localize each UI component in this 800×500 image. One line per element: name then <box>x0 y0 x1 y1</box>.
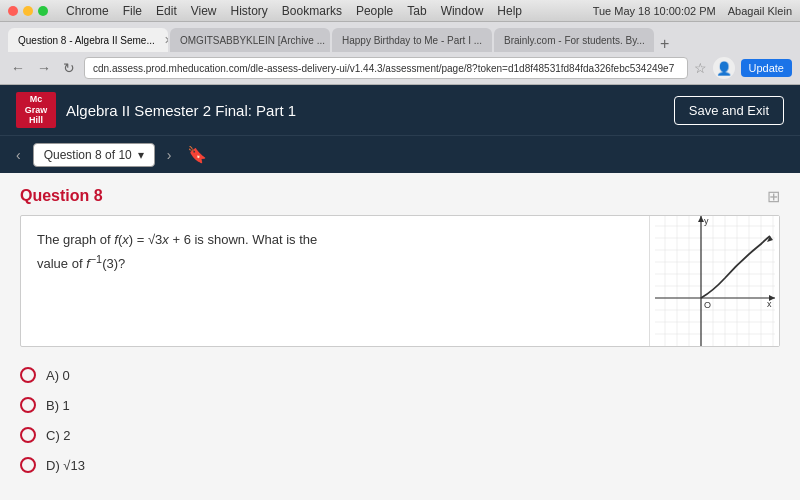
window-controls[interactable] <box>8 6 48 16</box>
question-content-box: The graph of f(x) = √3x + 6 is shown. Wh… <box>20 215 780 347</box>
question-text: The graph of f(x) = √3x + 6 is shown. Wh… <box>21 216 649 346</box>
tab-label: Happy Birthday to Me - Part I ... <box>342 35 482 46</box>
question-text-line1: The graph of f(x) = √3x + 6 is shown. Wh… <box>37 232 317 247</box>
maximize-dot[interactable] <box>38 6 48 16</box>
close-icon[interactable]: ✕ <box>164 34 168 47</box>
forward-button[interactable]: → <box>34 60 54 76</box>
next-question-nav-button[interactable]: › <box>163 145 176 165</box>
tab-label: Brainly.com - For students. By... <box>504 35 645 46</box>
option-row-d[interactable]: D) √13 <box>20 457 780 473</box>
app-title: Algebra II Semester 2 Final: Part 1 <box>66 102 296 119</box>
question-selector-label: Question 8 of 10 <box>44 148 132 162</box>
svg-text:O: O <box>704 300 711 310</box>
option-row-b[interactable]: B) 1 <box>20 397 780 413</box>
tab-label: OMGITSABBYKLEIN [Archive ... <box>180 35 325 46</box>
radio-button-b[interactable] <box>20 397 36 413</box>
logo-text: McGrawHill <box>25 94 48 126</box>
app-logo: McGrawHill Algebra II Semester 2 Final: … <box>16 92 296 128</box>
mac-menu-item[interactable]: Bookmarks <box>282 4 342 18</box>
tab-1[interactable]: OMGITSABBYKLEIN [Archive ... ✕ <box>170 28 330 52</box>
tab-label: Question 8 - Algebra II Seme... <box>18 35 155 46</box>
radio-button-c[interactable] <box>20 427 36 443</box>
mac-menu-item[interactable]: File <box>123 4 142 18</box>
question-nav-bar: ‹ Question 8 of 10 ▾ › 🔖 <box>0 135 800 173</box>
tabs-bar: Question 8 - Algebra II Seme... ✕ OMGITS… <box>0 22 800 52</box>
mac-menu-item[interactable]: History <box>231 4 268 18</box>
browser-chrome: Question 8 - Algebra II Seme... ✕ OMGITS… <box>0 22 800 85</box>
reload-button[interactable]: ↻ <box>60 60 78 76</box>
prev-question-button[interactable]: ‹ <box>12 145 25 165</box>
url-text: cdn.assess.prod.mheducation.com/dle-asse… <box>93 63 674 74</box>
question-title: Question 8 <box>20 187 780 205</box>
address-bar-row: ← → ↻ cdn.assess.prod.mheducation.com/dl… <box>0 52 800 84</box>
mac-menu-item[interactable]: Edit <box>156 4 177 18</box>
question-text-line2: value of f−1(3)? <box>37 256 125 271</box>
save-exit-button[interactable]: Save and Exit <box>674 96 784 125</box>
mac-menu-item[interactable]: Window <box>441 4 484 18</box>
mac-menu-item[interactable]: View <box>191 4 217 18</box>
mac-menu-item[interactable]: People <box>356 4 393 18</box>
bookmark-icon[interactable]: 🔖 <box>187 145 207 164</box>
close-dot[interactable] <box>8 6 18 16</box>
tab-2[interactable]: Happy Birthday to Me - Part I ... ✕ <box>332 28 492 52</box>
graph-area: O x y <box>649 216 779 346</box>
back-button[interactable]: ← <box>8 60 28 76</box>
option-row-c[interactable]: C) 2 <box>20 427 780 443</box>
option-label-a: A) 0 <box>46 368 70 383</box>
mac-menu-item[interactable]: Chrome <box>66 4 109 18</box>
chevron-down-icon: ▾ <box>138 148 144 162</box>
mac-menu-item[interactable]: Help <box>497 4 522 18</box>
mac-menu-item[interactable]: Tab <box>407 4 426 18</box>
option-label-c: C) 2 <box>46 428 71 443</box>
close-icon[interactable]: ✕ <box>491 34 492 47</box>
question-selector-dropdown[interactable]: Question 8 of 10 ▾ <box>33 143 155 167</box>
options-area: A) 0 B) 1 C) 2 D) √13 <box>20 363 780 491</box>
new-tab-button[interactable]: + <box>660 36 669 52</box>
user-name: Abagail Klein <box>728 5 792 17</box>
clock: Tue May 18 10:00:02 PM <box>593 5 716 17</box>
option-label-d: D) √13 <box>46 458 85 473</box>
mac-menu: Chrome File Edit View History Bookmarks … <box>66 4 522 18</box>
function-graph: O x y <box>655 216 775 346</box>
star-icon[interactable]: ☆ <box>694 60 707 76</box>
option-row-a[interactable]: A) 0 <box>20 367 780 383</box>
radio-button-d[interactable] <box>20 457 36 473</box>
grid-lines-icon[interactable]: ⊞ <box>767 187 780 206</box>
option-label-b: B) 1 <box>46 398 70 413</box>
radio-button-a[interactable] <box>20 367 36 383</box>
app-header: McGrawHill Algebra II Semester 2 Final: … <box>0 85 800 135</box>
mcgraw-hill-logo: McGrawHill <box>16 92 56 128</box>
update-button[interactable]: Update <box>741 59 792 77</box>
tab-0[interactable]: Question 8 - Algebra II Seme... ✕ <box>8 28 168 52</box>
tab-3[interactable]: Brainly.com - For students. By... ✕ <box>494 28 654 52</box>
account-icon[interactable]: 👤 <box>713 57 735 79</box>
main-content: ⊞ Question 8 The graph of f(x) = √3x + 6… <box>0 173 800 500</box>
svg-text:x: x <box>767 299 772 309</box>
address-bar[interactable]: cdn.assess.prod.mheducation.com/dle-asse… <box>84 57 688 79</box>
mac-os-bar: Chrome File Edit View History Bookmarks … <box>0 0 800 22</box>
minimize-dot[interactable] <box>23 6 33 16</box>
svg-text:y: y <box>704 216 709 226</box>
